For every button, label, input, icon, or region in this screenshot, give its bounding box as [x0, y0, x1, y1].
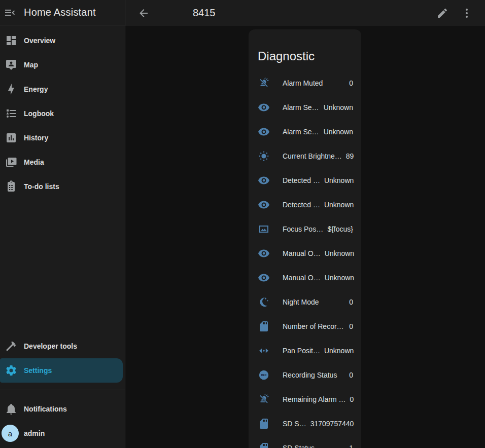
map-icon [5, 59, 17, 71]
entity-value: Unknown [325, 274, 354, 282]
entity-value: 0 [349, 298, 353, 306]
main-area: 8415 Diagnostic Alarm Muted0Alarm Se…Unk… [125, 0, 485, 448]
entity-value: 31709757440 [310, 420, 354, 428]
alarm-muted-icon [258, 77, 270, 89]
gear-icon [5, 364, 17, 377]
entity-value: ${focus} [327, 225, 353, 233]
entity-row[interactable]: RECRecording Status0 [249, 363, 361, 387]
entity-row[interactable]: Alarm Muted0 [249, 71, 361, 95]
dots-vertical-icon[interactable] [461, 7, 473, 19]
entity-row[interactable]: Night Mode0 [249, 290, 361, 314]
sidebar-item-overview[interactable]: Overview [0, 28, 125, 53]
entity-value: 1 [349, 444, 353, 448]
sidebar-item-notifications[interactable]: Notifications [0, 397, 125, 421]
sidebar-item-to-do-lists[interactable]: To-do lists [0, 174, 125, 199]
entity-row[interactable]: Focus Pos…${focus} [249, 217, 361, 241]
sidebar-item-label: Energy [24, 85, 48, 93]
sidebar-item-label: History [24, 134, 48, 142]
user-name: admin [24, 429, 45, 437]
sidebar-item-history[interactable]: History [0, 126, 125, 150]
sidebar-item-label: Developer tools [24, 342, 77, 350]
energy-icon [5, 83, 17, 95]
hammer-icon [5, 340, 17, 352]
entity-row[interactable]: SD Status1 [249, 436, 361, 448]
entity-label: Manual O… [283, 249, 321, 257]
sidebar: Home Assistant OverviewMapEnergyLogbookH… [0, 0, 125, 448]
sd-card-icon [258, 320, 270, 332]
sidebar-item-logbook[interactable]: Logbook [0, 101, 125, 126]
sidebar-item-user[interactable]: a admin [0, 421, 125, 445]
entity-row[interactable]: Pan Posit…Unknown [249, 339, 361, 363]
entity-row[interactable]: Current Brightne…89 [249, 144, 361, 168]
entity-row[interactable]: Number of Recor…0 [249, 314, 361, 339]
entity-value: Unknown [324, 176, 354, 184]
entity-label: Number of Recor… [283, 322, 345, 330]
entity-row[interactable]: Detected …Unknown [249, 193, 361, 217]
sidebar-spacer [0, 199, 125, 334]
eye-icon [258, 126, 270, 138]
entity-label: SD Status [283, 444, 345, 448]
card-title: Diagnostic [249, 49, 361, 64]
sidebar-item-label: To-do lists [24, 182, 59, 191]
entity-row[interactable]: Manual O…Unknown [249, 241, 361, 266]
entity-row[interactable]: Detected …Unknown [249, 168, 361, 193]
entity-label: Detected … [283, 176, 320, 184]
sidebar-item-media[interactable]: Media [0, 150, 125, 174]
todo-icon [5, 180, 17, 193]
toolbar-actions [436, 7, 473, 19]
menu-toggle-icon[interactable] [4, 7, 16, 19]
entity-value: Unknown [324, 347, 354, 355]
entity-value: 0 [349, 322, 353, 330]
back-icon[interactable] [137, 7, 150, 19]
eye-icon [258, 101, 270, 114]
eye-icon [258, 174, 270, 186]
entity-label: Night Mode [283, 298, 345, 306]
sd-card-icon [258, 418, 270, 430]
entity-value: 0 [350, 395, 354, 403]
image-icon [258, 223, 270, 235]
entity-row[interactable]: Manual O…Unknown [249, 266, 361, 290]
eye-icon [258, 199, 270, 211]
alarm-muted-icon [258, 393, 270, 405]
sidebar-item-developer-tools[interactable]: Developer tools [0, 334, 125, 358]
entity-label: Current Brightne… [283, 152, 342, 160]
night-mode-icon [258, 296, 270, 308]
entity-row[interactable]: Alarm Se…Unknown [249, 120, 361, 144]
entity-value: 89 [346, 152, 354, 160]
entity-label: Alarm Se… [283, 128, 320, 136]
svg-text:REC: REC [261, 374, 267, 377]
entity-label: Alarm Muted [283, 79, 345, 87]
logbook-icon [5, 107, 17, 120]
sidebar-item-energy[interactable]: Energy [0, 77, 125, 101]
entity-value: 0 [349, 371, 353, 379]
entity-label: Focus Pos… [283, 225, 323, 233]
pan-horizontal-icon [258, 345, 270, 357]
record-rec-icon: REC [258, 369, 270, 381]
pencil-icon[interactable] [436, 7, 448, 19]
toolbar: 8415 [125, 0, 485, 26]
sidebar-divider [0, 390, 125, 390]
entity-row[interactable]: Alarm Se…Unknown [249, 95, 361, 120]
sidebar-header: Home Assistant [0, 0, 125, 25]
bell-icon [5, 403, 17, 415]
eye-icon [258, 247, 270, 259]
entity-label: Recording Status [283, 371, 345, 379]
sidebar-item-label: Media [24, 158, 44, 166]
entity-label: Detected … [283, 201, 320, 209]
avatar: a [2, 425, 19, 442]
content: Diagnostic Alarm Muted0Alarm Se…UnknownA… [125, 26, 485, 448]
sidebar-bottom-nav: Developer toolsSettings [0, 334, 125, 383]
entity-row[interactable]: Remaining Alarm …0 [249, 387, 361, 412]
entity-value: Unknown [324, 103, 353, 111]
sidebar-item-map[interactable]: Map [0, 53, 125, 77]
entity-label: Manual O… [283, 274, 321, 282]
sidebar-item-label: Map [24, 61, 38, 69]
eye-icon [258, 272, 270, 284]
sidebar-item-settings[interactable]: Settings [0, 358, 123, 383]
entity-label: Remaining Alarm … [283, 395, 346, 403]
entity-row[interactable]: SD S…31709757440 [249, 412, 361, 436]
entity-label: Pan Posit… [283, 347, 320, 355]
brightness-icon [258, 150, 270, 162]
diagnostic-card: Diagnostic Alarm Muted0Alarm Se…UnknownA… [249, 29, 361, 448]
entity-value: 0 [349, 79, 353, 87]
